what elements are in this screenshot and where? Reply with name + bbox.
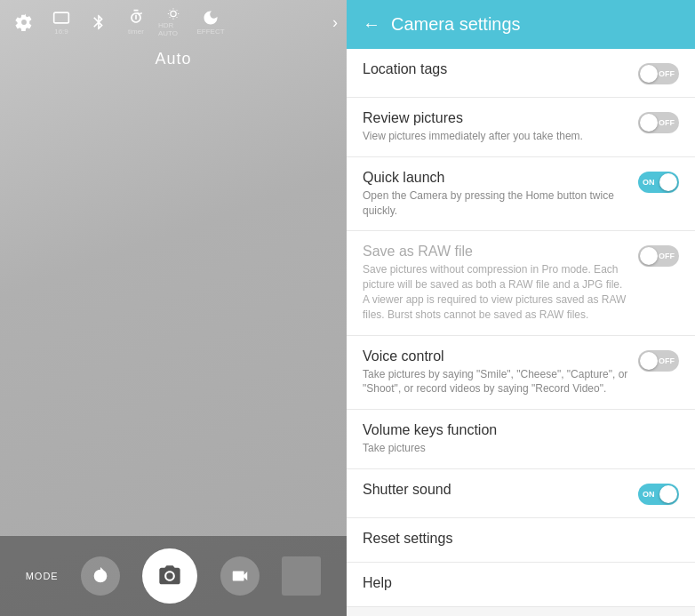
mode-text[interactable]: MODE — [26, 571, 59, 581]
item-title-save-raw: Save as RAW file — [363, 244, 629, 260]
settings-item-save-raw[interactable]: Save as RAW fileSave pictures without co… — [347, 231, 695, 335]
capture-button[interactable] — [142, 548, 197, 604]
effect-label: EFFECT — [196, 28, 224, 36]
toggle-label-voice-control: OFF — [659, 356, 675, 365]
settings-panel: ← Camera settings Location tagsOFFReview… — [347, 0, 695, 616]
toggle-knob-quick-launch — [659, 173, 677, 191]
item-title-quick-launch: Quick launch — [363, 170, 629, 186]
item-title-reset-settings: Reset settings — [363, 531, 679, 547]
camera-toolbar: 16:9 bluetooth timer HDR AUTO EFFECT › — [0, 0, 347, 44]
timer-icon[interactable]: timer — [121, 7, 151, 37]
video-button[interactable] — [220, 556, 260, 596]
toggle-label-quick-launch: ON — [643, 178, 655, 187]
back-button[interactable]: ← — [363, 14, 380, 35]
item-desc-quick-launch: Open the Camera by pressing the Home but… — [363, 188, 629, 219]
settings-header: ← Camera settings — [347, 0, 695, 49]
item-desc-review-pictures: View pictures immediately after you take… — [363, 129, 629, 144]
settings-icon[interactable] — [9, 7, 39, 37]
settings-item-shutter-sound[interactable]: Shutter soundON — [347, 469, 695, 518]
item-desc-save-raw: Save pictures without compression in Pro… — [363, 262, 629, 322]
toggle-label-shutter-sound: ON — [643, 490, 655, 499]
toggle-knob-review-pictures — [640, 114, 658, 132]
toggle-knob-location-tags — [640, 65, 658, 83]
camera-viewfinder — [0, 68, 347, 536]
toggle-knob-voice-control — [640, 352, 658, 370]
camera-mode-label: Auto — [0, 50, 347, 68]
settings-item-voice-control[interactable]: Voice controlTake pictures by saying "Sm… — [347, 336, 695, 411]
toggle-knob-save-raw — [640, 247, 658, 265]
settings-item-volume-keys[interactable]: Volume keys functionTake pictures — [347, 410, 695, 469]
hdr-icon[interactable]: HDR AUTO — [158, 7, 188, 37]
item-title-review-pictures: Review pictures — [363, 110, 629, 126]
settings-title: Camera settings — [391, 14, 521, 35]
thumbnail[interactable] — [282, 556, 321, 596]
toggle-label-location-tags: OFF — [659, 69, 675, 78]
toggle-quick-launch[interactable]: ON — [638, 172, 679, 193]
hdr-label: HDR AUTO — [158, 21, 188, 37]
settings-item-quick-launch[interactable]: Quick launchOpen the Camera by pressing … — [347, 157, 695, 232]
item-title-location-tags: Location tags — [363, 61, 629, 77]
settings-item-location-tags[interactable]: Location tagsOFF — [347, 49, 695, 98]
ratio-label: 16:9 — [54, 28, 68, 36]
item-title-shutter-sound: Shutter sound — [363, 482, 629, 498]
item-title-voice-control: Voice control — [363, 348, 629, 364]
settings-item-reset-settings[interactable]: Reset settings — [347, 518, 695, 563]
toggle-knob-shutter-sound — [659, 485, 677, 503]
settings-item-help[interactable]: Help — [347, 563, 695, 607]
item-desc-voice-control: Take pictures by saying "Smile", "Cheese… — [363, 367, 629, 397]
toggle-review-pictures[interactable]: OFF — [638, 112, 679, 133]
bluetooth-icon[interactable]: bluetooth — [84, 7, 114, 37]
toggle-save-raw[interactable]: OFF — [638, 245, 679, 267]
camera-panel: 16:9 bluetooth timer HDR AUTO EFFECT › A… — [0, 0, 347, 616]
toggle-label-save-raw: OFF — [659, 252, 675, 260]
item-title-help: Help — [363, 575, 679, 591]
toggle-label-review-pictures: OFF — [659, 118, 675, 127]
toggle-location-tags[interactable]: OFF — [638, 63, 679, 84]
settings-list: Location tagsOFFReview picturesView pict… — [347, 49, 695, 616]
toggle-voice-control[interactable]: OFF — [638, 350, 679, 372]
effect-icon[interactable]: EFFECT — [196, 7, 226, 37]
toolbar-chevron[interactable]: › — [332, 13, 338, 32]
toggle-shutter-sound[interactable]: ON — [638, 484, 679, 505]
item-desc-volume-keys: Take pictures — [363, 441, 679, 456]
settings-item-review-pictures[interactable]: Review picturesView pictures immediately… — [347, 98, 695, 157]
rotate-button[interactable] — [81, 556, 120, 596]
camera-bottom-bar: MODE — [0, 536, 347, 616]
svg-rect-0 — [54, 12, 69, 23]
item-title-volume-keys: Volume keys function — [363, 422, 679, 438]
timer-label: timer — [128, 28, 144, 36]
svg-point-1 — [171, 11, 176, 16]
ratio-icon[interactable]: 16:9 — [46, 7, 76, 37]
